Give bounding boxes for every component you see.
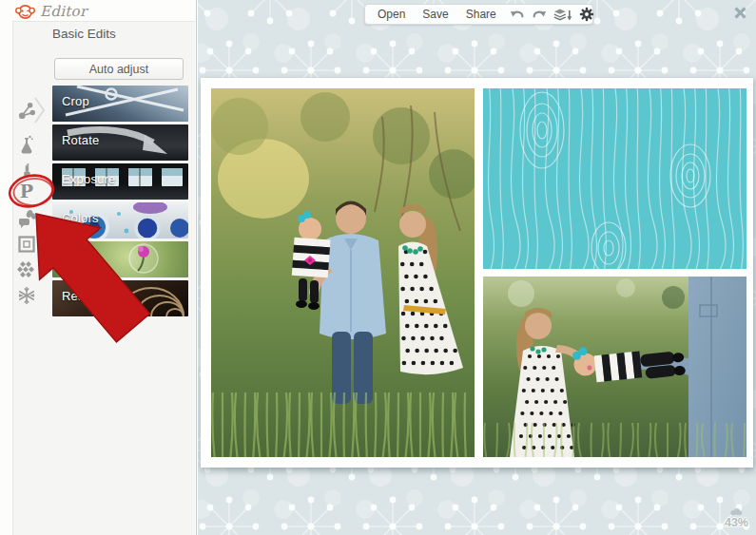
family-portrait-art: [211, 88, 475, 457]
canvas-workspace: Open Save Share: [198, 0, 756, 535]
close-icon[interactable]: [733, 6, 747, 20]
menu-item-colors[interactable]: Colors: [52, 202, 188, 239]
collage-photo-swing[interactable]: [483, 277, 746, 457]
textures-tab[interactable]: [15, 258, 38, 281]
woodgrain-pattern-art: [483, 88, 746, 269]
redo-icon[interactable]: [532, 8, 547, 21]
themes-snowflake-icon: [17, 286, 36, 305]
app-logo: Editor: [15, 2, 87, 21]
menu-item-exposure[interactable]: Exposure: [52, 163, 188, 200]
panel-title: Basic Edits: [52, 27, 116, 41]
zoom-indicator[interactable]: 43%: [725, 507, 748, 529]
save-button[interactable]: Save: [414, 5, 456, 24]
menu-item-label: Colors: [62, 211, 99, 225]
menu-item-crop[interactable]: Crop: [52, 86, 188, 122]
settings-gear-icon[interactable]: [579, 7, 594, 22]
collage-card[interactable]: [201, 78, 753, 468]
collage-photo-family[interactable]: [211, 88, 475, 457]
flatten-layers-icon[interactable]: [553, 8, 572, 22]
zoom-level: 43%: [725, 516, 748, 529]
menu-item-resize[interactable]: Resize: [52, 280, 188, 316]
selected-tab-notch: [34, 97, 46, 124]
picmonkey-monkey-icon: [15, 3, 35, 21]
overlays-icon: [17, 209, 37, 229]
zoom-handle-icon: [729, 507, 744, 516]
auto-adjust-button[interactable]: Auto adjust: [54, 58, 184, 80]
menu-item-label: Rotate: [62, 133, 100, 147]
top-toolbar: Open Save Share: [364, 4, 593, 25]
app-title: Editor: [40, 3, 87, 20]
menu-item-label: Resize: [62, 289, 101, 303]
share-button[interactable]: Share: [457, 5, 505, 24]
toolbar-icon-group: [510, 7, 594, 22]
frames-tab[interactable]: [15, 233, 38, 256]
open-button[interactable]: Open: [369, 5, 414, 24]
menu-item-label: Crop: [62, 94, 89, 108]
text-p-icon: P: [20, 182, 33, 201]
undo-icon[interactable]: [510, 8, 525, 21]
basic-edits-menu: Crop Rotate Exposure: [52, 86, 188, 319]
effects-flask-icon: [17, 135, 36, 154]
flower-sphere-thumbnail-art: [52, 241, 188, 277]
menu-item-label: Exposure: [62, 172, 116, 186]
themes-tab[interactable]: [15, 284, 38, 307]
frames-icon: [17, 235, 36, 254]
menu-item-sharpen[interactable]: [52, 241, 188, 277]
swing-baby-art: [483, 277, 746, 457]
picmonkey-editor-window: Editor Basic Edits Auto adjust Crop Rota…: [0, 0, 756, 535]
effects-tab[interactable]: [15, 133, 38, 156]
text-tab[interactable]: P: [15, 179, 38, 203]
menu-item-rotate[interactable]: Rotate: [52, 124, 188, 161]
touchup-lipstick-icon: [18, 162, 35, 179]
sidebar-panel: Editor Basic Edits Auto adjust Crop Rota…: [0, 0, 197, 535]
collage-swatch-woodgrain[interactable]: [483, 88, 746, 269]
overlays-tab[interactable]: [15, 207, 38, 230]
textures-icon: [17, 260, 36, 279]
